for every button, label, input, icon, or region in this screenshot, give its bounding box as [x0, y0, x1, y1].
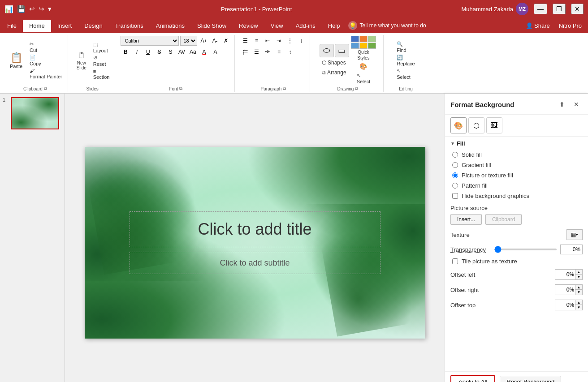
insert-button[interactable]: Insert...: [450, 214, 482, 225]
panel-tab-fill[interactable]: 🎨: [450, 117, 467, 133]
decrease-font-button[interactable]: A-: [210, 36, 220, 46]
tab-animations[interactable]: Animations: [150, 20, 191, 32]
save-button[interactable]: 💾: [17, 5, 26, 13]
copy-button[interactable]: 📄 Copy: [28, 54, 64, 67]
align-center-button[interactable]: ☰: [251, 47, 261, 57]
text-highlight-button[interactable]: A: [210, 47, 220, 57]
arrange-button[interactable]: ⧉ Arrange: [320, 68, 349, 77]
shape-rect[interactable]: ▭: [335, 44, 349, 57]
redo-button[interactable]: ↪: [39, 5, 44, 13]
line-spacing-button[interactable]: ↕: [285, 47, 295, 57]
undo-button[interactable]: ↩: [29, 5, 35, 13]
shape-oval[interactable]: ⬭: [320, 44, 334, 57]
bold-button[interactable]: B: [121, 47, 130, 57]
pattern-fill-radio[interactable]: [452, 183, 458, 189]
drawing-expand-icon[interactable]: ⧉: [355, 86, 358, 91]
increase-indent-button[interactable]: ⇥: [274, 36, 284, 46]
font-expand-icon[interactable]: ⧉: [179, 86, 182, 91]
numbering-button[interactable]: ≡: [251, 36, 261, 46]
tab-insert[interactable]: Insert: [51, 20, 78, 32]
clipboard-button[interactable]: Clipboard: [485, 214, 522, 225]
hide-background-option[interactable]: Hide background graphics: [452, 193, 583, 199]
align-left-button[interactable]: ⬱: [240, 47, 250, 57]
tab-help[interactable]: Help: [322, 20, 346, 32]
transparency-value-input[interactable]: [560, 245, 583, 254]
subtitle-placeholder[interactable]: Click to add subtitle: [130, 252, 380, 274]
replace-button[interactable]: 🔄 Replace: [395, 54, 416, 67]
close-button[interactable]: ✕: [571, 4, 584, 14]
share-button[interactable]: 👤 Share: [526, 22, 550, 29]
tab-slideshow[interactable]: Slide Show: [191, 20, 233, 32]
align-right-button[interactable]: ⬲: [263, 47, 272, 57]
change-case-button[interactable]: Aa: [188, 47, 198, 57]
select-button[interactable]: ↖ Select: [355, 72, 372, 85]
canvas-area[interactable]: Click to add title Click to add subtitle: [65, 94, 445, 382]
picture-texture-fill-option[interactable]: Picture or texture fill: [452, 172, 583, 179]
shape-fill-button[interactable]: 🎨: [359, 61, 368, 71]
reset-background-button[interactable]: Reset Background: [500, 376, 561, 382]
tell-me-input[interactable]: Tell me what you want to do: [360, 22, 526, 29]
offset-left-up-button[interactable]: ▲: [575, 270, 582, 275]
bullets-button[interactable]: ☰: [240, 36, 250, 46]
format-painter-button[interactable]: 🖌 Format Painter: [28, 68, 64, 80]
clear-format-button[interactable]: ✗: [221, 36, 231, 46]
tab-nitro-pro[interactable]: Nitro Pro: [553, 20, 588, 32]
section-button[interactable]: ≡ Section: [91, 68, 112, 80]
apply-to-all-button[interactable]: Apply to All: [450, 375, 495, 382]
shadow-button[interactable]: S: [165, 47, 175, 57]
offset-left-input[interactable]: [555, 270, 575, 279]
offset-top-input[interactable]: [555, 300, 575, 310]
tab-review[interactable]: Review: [233, 20, 264, 32]
shapes-button[interactable]: ⬡ Shapes: [320, 58, 349, 67]
offset-left-down-button[interactable]: ▼: [575, 275, 582, 279]
paste-button[interactable]: 📋 Paste: [6, 51, 26, 70]
tile-picture-option[interactable]: Tile picture as texture: [452, 258, 583, 265]
underline-button[interactable]: U: [143, 47, 153, 57]
panel-tab-image[interactable]: 🖼: [486, 117, 502, 133]
title-placeholder[interactable]: Click to add title: [130, 211, 380, 247]
layout-button[interactable]: ⬚ Layout: [91, 41, 112, 54]
text-direction-button[interactable]: ↕: [296, 36, 306, 46]
picture-texture-fill-radio[interactable]: [452, 172, 458, 178]
tab-file[interactable]: File: [1, 20, 23, 32]
char-spacing-button[interactable]: AV: [177, 47, 186, 57]
font-color-button[interactable]: A: [199, 47, 209, 57]
user-avatar[interactable]: MZ: [516, 3, 528, 15]
customize-button[interactable]: ▾: [48, 5, 52, 13]
offset-right-down-button[interactable]: ▼: [575, 290, 582, 295]
slide-canvas[interactable]: Click to add title Click to add subtitle: [85, 147, 425, 339]
texture-picker[interactable]: ▦ ▾: [566, 229, 583, 240]
strikethrough-button[interactable]: S: [154, 47, 164, 57]
lightbulb-icon[interactable]: 💡: [348, 21, 357, 30]
solid-fill-option[interactable]: Solid fill: [452, 151, 583, 158]
increase-font-button[interactable]: A+: [199, 36, 208, 46]
cut-button[interactable]: ✂ Cut: [28, 41, 64, 53]
justify-button[interactable]: ≡: [274, 47, 284, 57]
fill-section-header[interactable]: ▼ Fill: [450, 140, 583, 147]
tab-design[interactable]: Design: [78, 20, 108, 32]
transparency-slider[interactable]: [494, 249, 557, 250]
offset-top-down-button[interactable]: ▼: [575, 305, 582, 310]
slide-thumbnail[interactable]: [11, 97, 59, 129]
gradient-fill-radio[interactable]: [452, 162, 458, 168]
pattern-fill-option[interactable]: Pattern fill: [452, 182, 583, 189]
paragraph-expand-icon[interactable]: ⧉: [283, 86, 286, 91]
tab-addins[interactable]: Add-ins: [290, 20, 322, 32]
editing-select-button[interactable]: ↖ Select: [395, 68, 416, 80]
tile-picture-checkbox[interactable]: [452, 258, 458, 264]
hide-background-checkbox[interactable]: [452, 193, 458, 199]
minimize-button[interactable]: —: [534, 4, 547, 14]
offset-right-up-button[interactable]: ▲: [575, 285, 582, 290]
column-button[interactable]: ⋮: [285, 36, 295, 46]
font-size-select[interactable]: 18: [180, 36, 197, 46]
find-button[interactable]: 🔍 Find: [395, 41, 416, 53]
tab-transitions[interactable]: Transitions: [109, 20, 150, 32]
new-slide-button[interactable]: 🗒 New Slide: [74, 50, 90, 72]
italic-button[interactable]: I: [132, 47, 142, 57]
offset-top-up-button[interactable]: ▲: [575, 300, 582, 305]
tab-home[interactable]: Home: [23, 20, 51, 32]
tab-view[interactable]: View: [264, 20, 290, 32]
offset-right-input[interactable]: [555, 285, 575, 295]
panel-tab-effects[interactable]: ⬡: [468, 117, 484, 133]
reset-button[interactable]: ↺ Reset: [91, 55, 112, 67]
